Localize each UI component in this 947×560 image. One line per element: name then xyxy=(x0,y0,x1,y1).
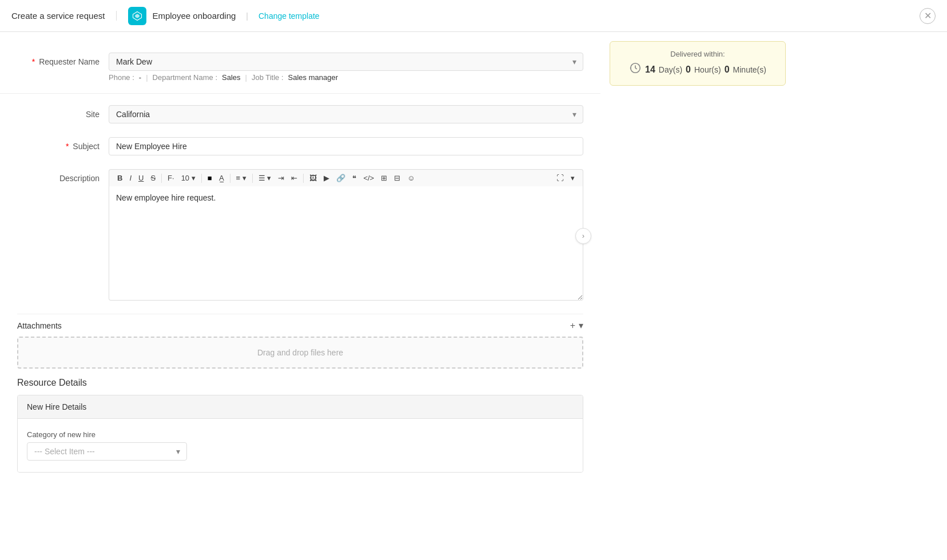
requester-label: * Requester Name xyxy=(17,53,109,66)
add-attachment-button[interactable]: + xyxy=(570,321,575,331)
category-select-wrapper: --- Select Item --- xyxy=(27,442,187,461)
subject-input[interactable] xyxy=(109,137,583,155)
resource-section-title: Resource Details xyxy=(17,378,583,388)
code-button[interactable]: </> xyxy=(361,173,376,183)
page-wrapper: Create a service request Employee onboar… xyxy=(0,0,947,560)
site-select-wrapper: California xyxy=(109,105,583,123)
toolbar-sep-5 xyxy=(303,174,304,183)
header: Create a service request Employee onboar… xyxy=(0,0,947,32)
phone-value: - xyxy=(139,73,141,82)
description-control: B I U S F· 10 ▾ ■ A̲ ≡ ▾ ☰ ▾ xyxy=(109,169,583,302)
table-ops-button[interactable]: ⊟ xyxy=(392,173,403,183)
attachments-section: Attachments + ▾ Drag and drop files here xyxy=(0,314,600,369)
category-select[interactable]: --- Select Item --- xyxy=(27,442,187,461)
toolbar-right: ⛶ ▾ xyxy=(554,173,577,183)
subject-row: * Subject xyxy=(0,130,600,162)
attachments-header: Attachments + ▾ xyxy=(17,314,583,337)
toolbar-sep-1 xyxy=(161,174,162,183)
delivery-card: Delivered within: 14 Day(s) 0 Hour(s) xyxy=(610,41,786,86)
media-button[interactable]: ▶ xyxy=(321,173,332,183)
delivery-hours-value: 0 xyxy=(686,65,691,75)
category-label: Category of new hire xyxy=(27,430,574,439)
delivery-minutes-value: 0 xyxy=(725,65,730,75)
expand-attachments-button[interactable]: ▾ xyxy=(579,320,583,331)
description-row: Description B I U S F· 10 ▾ ■ A̲ xyxy=(0,162,600,309)
info-sep-2: | xyxy=(245,73,247,82)
table-button[interactable]: ⊞ xyxy=(379,173,389,183)
fontsize-button[interactable]: 10 ▾ xyxy=(179,173,198,183)
emoji-button[interactable]: ☺ xyxy=(405,173,417,183)
indent-in-button[interactable]: ⇥ xyxy=(276,173,287,183)
toolbar-sep-4 xyxy=(252,174,253,183)
toolbar-expand-button[interactable]: ▾ xyxy=(568,173,577,183)
main-layout: * Requester Name Mark Dew Phone : - | De… xyxy=(0,32,947,495)
site-select[interactable]: California xyxy=(109,105,583,123)
jobtitle-label: Job Title : xyxy=(252,73,284,82)
template-icon xyxy=(128,7,146,25)
description-toolbar: B I U S F· 10 ▾ ■ A̲ ≡ ▾ ☰ ▾ xyxy=(109,169,583,186)
bullet-list-button[interactable]: ☰ ▾ xyxy=(256,173,274,183)
strikethrough-button[interactable]: S xyxy=(148,173,158,183)
drop-zone-text: Drag and drop files here xyxy=(257,348,343,357)
toolbar-sep-3 xyxy=(230,174,230,183)
header-divider: | xyxy=(246,11,248,21)
font-button[interactable]: F· xyxy=(165,173,177,183)
subject-required-star: * xyxy=(66,142,69,151)
requester-control: Mark Dew Phone : - | Department Name : S… xyxy=(109,53,583,82)
delivery-hours-unit: Hour(s) xyxy=(694,65,721,74)
requester-select[interactable]: Mark Dew xyxy=(109,53,583,71)
resource-card: New Hire Details Category of new hire --… xyxy=(17,395,583,473)
required-star: * xyxy=(32,57,35,66)
side-panel: Delivered within: 14 Day(s) 0 Hour(s) xyxy=(600,32,795,495)
description-textarea[interactable]: New employee hire request. xyxy=(109,186,583,301)
link-button[interactable]: 🔗 xyxy=(334,173,348,183)
resource-section: Resource Details New Hire Details Catego… xyxy=(0,369,600,482)
site-control: California xyxy=(109,105,583,123)
delivery-days-value: 14 xyxy=(645,65,655,75)
image-button[interactable]: 🖼 xyxy=(307,173,319,183)
quote-button[interactable]: ❝ xyxy=(350,173,359,183)
template-name: Employee onboarding xyxy=(152,11,236,21)
department-value: Sales xyxy=(222,73,241,82)
align-button[interactable]: ≡ ▾ xyxy=(234,173,249,183)
delivery-clock-icon xyxy=(629,62,642,77)
department-label: Department Name : xyxy=(153,73,217,82)
right-chevron-button[interactable]: › xyxy=(575,228,591,244)
underline-button[interactable]: U xyxy=(136,173,146,183)
subject-label: * Subject xyxy=(17,137,109,151)
delivery-title: Delivered within: xyxy=(622,50,774,58)
delivery-minutes-unit: Minute(s) xyxy=(733,65,766,74)
fullscreen-button[interactable]: ⛶ xyxy=(554,173,566,183)
highlight-button[interactable]: A̲ xyxy=(217,173,226,183)
requester-row: * Requester Name Mark Dew Phone : - | De… xyxy=(0,46,600,89)
attachments-actions: + ▾ xyxy=(570,320,583,331)
close-button[interactable]: ✕ xyxy=(920,8,936,24)
page-title: Create a service request xyxy=(11,11,117,21)
section-divider-1 xyxy=(0,93,600,94)
resource-card-body: Category of new hire --- Select Item --- xyxy=(18,419,583,472)
description-label: Description xyxy=(17,169,109,183)
italic-button[interactable]: I xyxy=(127,173,134,183)
subject-control xyxy=(109,137,583,155)
delivery-value: 14 Day(s) 0 Hour(s) 0 Minute(s) xyxy=(622,62,774,77)
delivery-days-unit: Day(s) xyxy=(659,65,682,74)
change-template-link[interactable]: Change template xyxy=(258,11,320,21)
info-sep-1: | xyxy=(146,73,148,82)
svg-line-4 xyxy=(635,68,637,69)
bold-button[interactable]: B xyxy=(115,173,125,183)
phone-label: Phone : xyxy=(109,73,134,82)
attachments-title: Attachments xyxy=(17,321,62,330)
jobtitle-value: Sales manager xyxy=(288,73,338,82)
template-info: Employee onboarding | Change template xyxy=(128,7,319,25)
form-area: * Requester Name Mark Dew Phone : - | De… xyxy=(0,32,600,495)
site-row: Site California xyxy=(0,98,600,130)
indent-out-button[interactable]: ⇤ xyxy=(289,173,300,183)
resource-card-header: New Hire Details xyxy=(18,395,583,419)
color-button[interactable]: ■ xyxy=(205,173,214,183)
requester-select-wrapper: Mark Dew xyxy=(109,53,583,71)
drop-zone[interactable]: Drag and drop files here xyxy=(17,337,583,369)
site-label: Site xyxy=(17,105,109,119)
user-info-row: Phone : - | Department Name : Sales | Jo… xyxy=(109,71,583,82)
toolbar-sep-2 xyxy=(201,174,202,183)
